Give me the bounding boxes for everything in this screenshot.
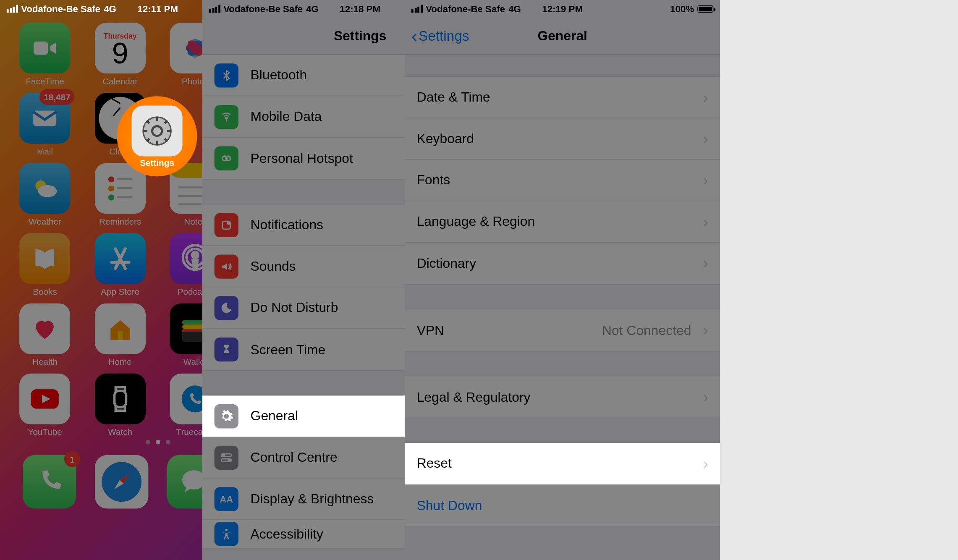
chevron-right-icon: › <box>703 322 708 339</box>
svg-point-29 <box>192 252 199 258</box>
row-shut-down[interactable]: Shut Down <box>405 484 720 526</box>
app-health[interactable]: Health <box>9 304 81 367</box>
clock-label: 12:11 PM <box>137 3 178 14</box>
mail-icon: 18,487 <box>20 93 71 144</box>
network-label: 4G <box>104 3 116 14</box>
svg-point-60 <box>225 529 228 531</box>
app-facetime[interactable]: FaceTime <box>9 23 81 86</box>
settings-app-icon <box>132 105 183 156</box>
back-button[interactable]: ‹ Settings <box>411 28 469 44</box>
svg-rect-28 <box>178 203 202 205</box>
mail-badge: 18,487 <box>40 89 74 105</box>
svg-rect-22 <box>117 187 132 189</box>
gear-icon <box>215 404 238 428</box>
svg-rect-0 <box>34 42 48 55</box>
page-title: General <box>537 28 587 44</box>
chevron-right-icon: › <box>703 255 708 272</box>
app-youtube[interactable]: YouTube <box>9 374 81 437</box>
youtube-icon <box>20 374 71 424</box>
text-size-icon: AA <box>215 487 238 511</box>
row-fonts[interactable]: Fonts › <box>405 160 720 201</box>
svg-rect-41 <box>115 407 125 411</box>
app-appstore[interactable]: App Store <box>84 233 156 297</box>
chevron-right-icon: › <box>703 89 708 106</box>
row-legal-regulatory[interactable]: Legal & Regulatory › <box>405 376 720 418</box>
svg-rect-33 <box>118 331 123 340</box>
clock-label: 12:18 PM <box>340 3 380 14</box>
battery-icon <box>697 5 713 13</box>
row-date-time[interactable]: Date & Time › <box>405 77 720 118</box>
nav-bar: ‹ Settings General <box>405 17 720 55</box>
chevron-right-icon: › <box>703 388 708 406</box>
svg-point-18 <box>108 176 114 182</box>
hourglass-icon <box>215 338 238 361</box>
svg-point-57 <box>222 454 225 456</box>
health-icon <box>20 304 71 354</box>
facetime-icon <box>20 23 71 73</box>
svg-point-53 <box>226 156 230 161</box>
svg-rect-21 <box>117 178 132 180</box>
svg-rect-39 <box>114 391 126 407</box>
settings-highlight[interactable]: Settings <box>117 96 197 176</box>
dock-phone[interactable]: 1 <box>23 455 76 508</box>
sounds-icon <box>215 254 238 278</box>
row-keyboard[interactable]: Keyboard › <box>405 118 720 160</box>
network-label: 4G <box>508 3 521 14</box>
books-icon <box>20 233 71 284</box>
calendar-icon: Thursday 9 <box>95 23 146 73</box>
moon-icon <box>215 296 238 319</box>
svg-point-59 <box>228 459 230 461</box>
app-watch[interactable]: Watch <box>84 374 156 437</box>
carrier-label: Vodafone-Be Safe <box>223 3 303 14</box>
hotspot-icon <box>215 147 238 170</box>
signal-icon <box>411 5 422 13</box>
app-mail[interactable]: 18,487 Mail <box>9 93 81 156</box>
row-reset[interactable]: Reset › <box>405 443 720 484</box>
app-weather[interactable]: Weather <box>9 163 81 226</box>
app-home[interactable]: Home <box>84 304 156 367</box>
phone-badge: 1 <box>64 451 80 467</box>
svg-rect-40 <box>115 387 125 390</box>
safari-icon <box>95 455 148 508</box>
dock-safari[interactable] <box>95 455 148 508</box>
app-calendar[interactable]: Thursday 9 Calendar <box>84 23 156 86</box>
accessibility-icon <box>215 522 238 546</box>
row-language-region[interactable]: Language & Region › <box>405 201 720 243</box>
chevron-right-icon: › <box>703 171 708 188</box>
signal-icon <box>209 5 220 13</box>
appstore-icon <box>95 233 146 284</box>
watch-icon <box>95 374 146 424</box>
chevron-right-icon: › <box>703 130 708 147</box>
svg-point-20 <box>108 194 114 200</box>
carrier-label: Vodafone-Be Safe <box>426 3 505 14</box>
svg-point-17 <box>38 185 57 197</box>
general-screen: Vodafone-Be Safe 4G 12:19 PM 100% ‹ Sett… <box>405 0 720 560</box>
svg-rect-23 <box>117 196 132 198</box>
clock-label: 12:19 PM <box>542 3 583 14</box>
home-icon <box>95 304 146 354</box>
battery-percent: 100% <box>670 3 694 14</box>
status-bar: Vodafone-Be Safe 4G 12:19 PM 100% <box>405 0 720 17</box>
row-dictionary[interactable]: Dictionary › <box>405 243 720 284</box>
bluetooth-icon <box>215 63 238 87</box>
notifications-icon <box>215 213 238 237</box>
network-label: 4G <box>306 3 319 14</box>
chevron-right-icon: › <box>703 455 708 472</box>
chevron-right-icon: › <box>703 213 708 230</box>
carrier-label: Vodafone-Be Safe <box>21 3 100 14</box>
row-vpn[interactable]: VPN Not Connected › <box>405 309 720 351</box>
signal-icon <box>7 5 18 13</box>
svg-point-19 <box>108 186 114 191</box>
page-title: Settings <box>334 28 387 44</box>
svg-point-55 <box>227 221 230 224</box>
weather-icon <box>20 163 71 214</box>
toggles-icon <box>215 445 238 469</box>
antenna-icon <box>215 105 238 128</box>
app-books[interactable]: Books <box>9 233 81 297</box>
phone-icon: 1 <box>23 455 76 508</box>
